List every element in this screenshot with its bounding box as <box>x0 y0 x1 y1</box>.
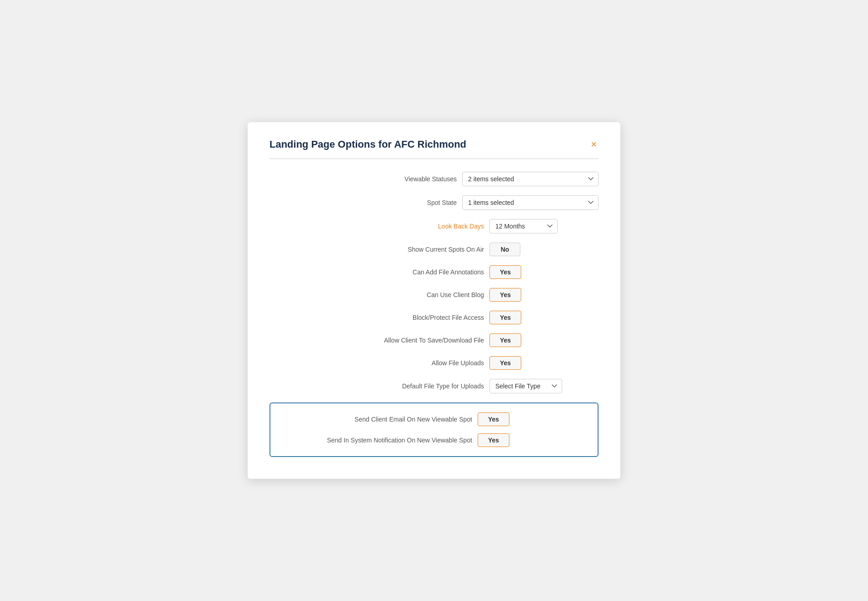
default-file-type-row: Default File Type for Uploads Select Fil… <box>269 379 599 393</box>
show-current-spots-wrapper: No <box>489 243 599 256</box>
allow-save-download-label: Allow Client To Save/Download File <box>366 337 484 344</box>
spot-state-select[interactable]: 1 items selected <box>462 195 599 210</box>
send-client-email-row: Send Client Email On New Viewable Spot Y… <box>281 412 587 426</box>
allow-save-download-row: Allow Client To Save/Download File Yes <box>269 333 599 347</box>
spot-state-wrapper: 1 items selected <box>462 195 599 210</box>
can-add-annotations-row: Can Add File Annotations Yes <box>269 265 599 279</box>
modal-header: Landing Page Options for AFC Richmond × <box>269 139 599 150</box>
default-file-type-select[interactable]: Select File Type <box>489 379 562 393</box>
allow-file-uploads-label: Allow File Uploads <box>366 359 484 367</box>
header-divider <box>269 159 599 159</box>
can-use-client-blog-label: Can Use Client Blog <box>366 291 484 298</box>
send-client-email-label: Send Client Email On New Viewable Spot <box>354 416 472 423</box>
look-back-days-row: Look Back Days 12 Months 6 Months 3 Mont… <box>269 219 599 233</box>
look-back-days-select[interactable]: 12 Months 6 Months 3 Months 1 Month <box>489 219 558 233</box>
show-current-spots-row: Show Current Spots On Air No <box>269 243 599 256</box>
send-system-notification-row: Send In System Notification On New Viewa… <box>281 433 587 447</box>
can-add-annotations-toggle[interactable]: Yes <box>489 265 521 279</box>
look-back-days-wrapper: 12 Months 6 Months 3 Months 1 Month <box>489 219 599 233</box>
allow-file-uploads-toggle[interactable]: Yes <box>489 356 521 370</box>
allow-file-uploads-wrapper: Yes <box>489 356 599 370</box>
block-protect-file-toggle[interactable]: Yes <box>489 311 521 324</box>
viewable-statuses-row: Viewable Statuses 2 items selected <box>269 172 599 186</box>
can-use-client-blog-wrapper: Yes <box>489 288 599 302</box>
can-add-annotations-wrapper: Yes <box>489 265 599 279</box>
can-use-client-blog-toggle[interactable]: Yes <box>489 288 521 302</box>
allow-save-download-wrapper: Yes <box>489 333 599 347</box>
block-protect-file-label: Block/Protect File Access <box>366 314 484 321</box>
send-system-notification-label: Send In System Notification On New Viewa… <box>327 437 472 444</box>
default-file-type-label: Default File Type for Uploads <box>366 382 484 390</box>
can-use-client-blog-row: Can Use Client Blog Yes <box>269 288 599 302</box>
viewable-statuses-label: Viewable Statuses <box>339 175 457 183</box>
close-button[interactable]: × <box>589 139 599 150</box>
spot-state-row: Spot State 1 items selected <box>269 195 599 210</box>
default-file-type-wrapper: Select File Type <box>489 379 599 393</box>
send-system-notification-wrapper: Yes <box>478 433 587 447</box>
modal-title: Landing Page Options for AFC Richmond <box>269 139 466 150</box>
viewable-statuses-wrapper: 2 items selected <box>462 172 599 186</box>
highlighted-notification-box: Send Client Email On New Viewable Spot Y… <box>269 402 599 457</box>
block-protect-file-wrapper: Yes <box>489 311 599 324</box>
look-back-days-label: Look Back Days <box>366 223 484 230</box>
show-current-spots-toggle[interactable]: No <box>489 243 520 256</box>
landing-page-options-modal: Landing Page Options for AFC Richmond × … <box>248 122 620 479</box>
allow-file-uploads-row: Allow File Uploads Yes <box>269 356 599 370</box>
send-system-notification-toggle[interactable]: Yes <box>478 433 509 447</box>
show-current-spots-label: Show Current Spots On Air <box>366 246 484 253</box>
send-client-email-wrapper: Yes <box>478 412 587 426</box>
can-add-annotations-label: Can Add File Annotations <box>366 268 484 276</box>
spot-state-label: Spot State <box>339 199 457 206</box>
viewable-statuses-select[interactable]: 2 items selected <box>462 172 599 186</box>
send-client-email-toggle[interactable]: Yes <box>478 412 509 426</box>
allow-save-download-toggle[interactable]: Yes <box>489 333 521 347</box>
block-protect-file-row: Block/Protect File Access Yes <box>269 311 599 324</box>
